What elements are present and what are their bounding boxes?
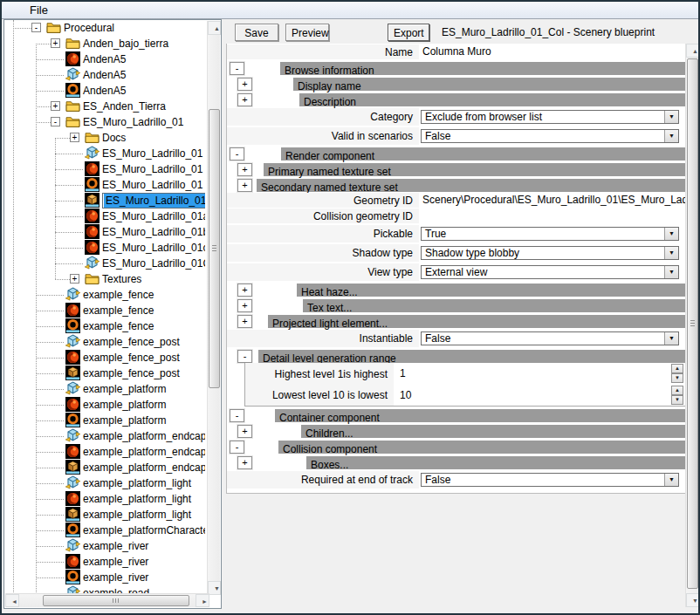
tree-item-es-anden-tierra[interactable]: +ES_Anden_Tierra xyxy=(4,99,205,114)
tree-item-example-river[interactable]: example_river xyxy=(4,570,205,585)
expand-section-button[interactable]: + xyxy=(237,179,252,192)
expand-section-button[interactable]: + xyxy=(237,163,252,176)
chevron-down-icon[interactable]: ▼ xyxy=(664,111,678,123)
tree-item-example-fence-post[interactable]: example_fence_post xyxy=(4,334,205,350)
spin-field-value[interactable]: 10 xyxy=(400,385,411,407)
expand-toggle-icon[interactable]: + xyxy=(70,133,79,142)
tree-scroll-down-button[interactable]: ▼ xyxy=(208,581,221,595)
tree-item-docs[interactable]: +Docs xyxy=(4,130,205,146)
preview-button[interactable]: Preview xyxy=(285,24,329,41)
tree-item-example-platform-endcap[interactable]: example_platform_endcap xyxy=(4,428,205,444)
panel-vertical-scrollbar[interactable]: ▲ ▼ xyxy=(685,44,698,607)
expand-section-button[interactable]: + xyxy=(237,456,252,469)
spin-field-value[interactable]: 1 xyxy=(400,363,406,385)
tree-item-es-muro-ladrillo-01c[interactable]: ES_Muro_Ladrillo_01c xyxy=(4,240,205,256)
expand-toggle-icon[interactable]: + xyxy=(70,274,79,284)
ring-icon xyxy=(65,523,80,537)
field-row-geometry-id: Geometry IDScenery\Procedural\ES_Muro_La… xyxy=(227,193,687,208)
geometry-id-value[interactable]: Scenery\Procedural\ES_Muro_Ladrillo_01\E… xyxy=(422,193,688,208)
tree-scroll-thumb[interactable] xyxy=(209,109,220,388)
expand-section-button[interactable]: + xyxy=(237,78,252,91)
tree-item-es-muro-ladrillo-01-col[interactable]: ES_Muro_Ladrillo_01_Col xyxy=(4,193,205,208)
tree-item-es-muro-ladrillo-01[interactable]: ES_Muro_Ladrillo_01 xyxy=(4,177,205,193)
tree-hscroll-thumb[interactable] xyxy=(43,595,189,606)
panel-scroll-thumb[interactable] xyxy=(687,58,698,589)
spin-up-button[interactable]: ▲ xyxy=(671,386,683,395)
tree-horizontal-scrollbar[interactable]: ◄ ► xyxy=(5,593,209,607)
field-label: Instantiable xyxy=(227,330,419,347)
chevron-down-icon[interactable]: ▼ xyxy=(664,332,678,345)
tree-item-procedural[interactable]: -Procedural xyxy=(4,20,205,36)
tree-vertical-scrollbar[interactable]: ▲ ▼ xyxy=(207,21,220,595)
tree-scroll-right-button[interactable]: ► xyxy=(196,594,209,607)
pickable-combobox[interactable]: True▼ xyxy=(421,227,679,241)
spin-up-button[interactable]: ▲ xyxy=(671,364,683,373)
tree-item-andena5[interactable]: AndenA5 xyxy=(4,51,205,67)
tree-item-example-platform-endcap[interactable]: example_platform_endcap xyxy=(4,444,205,460)
expand-section-button[interactable]: + xyxy=(237,425,252,438)
expand-toggle-icon[interactable]: + xyxy=(51,101,60,111)
instantiable-combobox[interactable]: False▼ xyxy=(421,331,679,345)
tree-item-example-platformcharacters[interactable]: example_platformCharacters xyxy=(4,523,205,538)
chevron-down-icon[interactable]: ▼ xyxy=(664,247,678,259)
tree-item-es-muro-ladrillo-01[interactable]: ES_Muro_Ladrillo_01 xyxy=(4,161,205,177)
collapse-section-button[interactable]: - xyxy=(230,409,244,422)
panel-scroll-down-button[interactable]: ▼ xyxy=(686,593,699,607)
tree-item-example-platform[interactable]: example_platform xyxy=(4,397,205,413)
chevron-down-icon[interactable]: ▼ xyxy=(664,228,678,240)
tree-item-es-muro-ladrillo-01[interactable]: ES_Muro_Ladrillo_01 xyxy=(4,146,205,161)
tree-item-es-muro-ladrillo-01b[interactable]: ES_Muro_Ladrillo_01b xyxy=(4,224,205,240)
tree-item-andena5[interactable]: AndenA5 xyxy=(4,83,205,99)
section-header-label: Description xyxy=(299,96,356,109)
collapse-section-button[interactable]: - xyxy=(230,441,244,454)
tree-item-example-platform[interactable]: example_platform xyxy=(4,381,205,397)
tree-item-example-river[interactable]: example_river xyxy=(4,554,205,570)
collapse-section-button[interactable]: - xyxy=(230,62,244,75)
tree-item-example-fence-post[interactable]: example_fence_post xyxy=(4,350,205,366)
menu-file[interactable]: File xyxy=(23,3,55,17)
expand-section-button[interactable]: + xyxy=(237,93,252,106)
spin-down-button[interactable]: ▼ xyxy=(671,373,683,383)
save-button[interactable]: Save xyxy=(235,24,278,41)
tree-item-textures[interactable]: +Textures xyxy=(4,271,205,287)
expand-section-button[interactable]: + xyxy=(237,299,252,312)
tree-item-example-platform-endcap[interactable]: example_platform_endcap xyxy=(4,460,205,475)
spin-down-button[interactable]: ▼ xyxy=(671,395,683,405)
expand-toggle-icon[interactable]: + xyxy=(51,38,60,48)
expand-section-button[interactable]: + xyxy=(237,284,252,297)
tree-item-es-muro-ladrillo-01[interactable]: -ES_Muro_Ladrillo_01 xyxy=(4,114,205,130)
tree-item-andena5[interactable]: AndenA5 xyxy=(4,67,205,83)
chevron-down-icon[interactable]: ▼ xyxy=(664,130,678,142)
tree-item-example-platform-light[interactable]: example_platform_light xyxy=(4,491,205,507)
collapse-section-button[interactable]: - xyxy=(230,147,244,161)
tree-item-example-fence[interactable]: example_fence xyxy=(4,318,205,334)
collapse-section-button[interactable]: - xyxy=(237,350,252,363)
tree-item-example-platform[interactable]: example_platform xyxy=(4,413,205,428)
chevron-down-icon[interactable]: ▼ xyxy=(664,266,678,278)
tree-scroll-up-button[interactable]: ▲ xyxy=(208,21,221,35)
view-type-combobox[interactable]: External view▼ xyxy=(421,265,679,279)
collapse-toggle-icon[interactable]: - xyxy=(51,117,60,126)
export-button[interactable]: Export xyxy=(388,24,429,41)
category-combobox[interactable]: Exclude from browser list▼ xyxy=(421,110,679,124)
crystal-icon xyxy=(65,287,80,302)
required-at-end-of-track-combobox[interactable]: False▼ xyxy=(421,473,679,487)
tree-item-example-platform-light[interactable]: example_platform_light xyxy=(4,475,205,491)
tree-item-es-muro-ladrillo-01a[interactable]: ES_Muro_Ladrillo_01a xyxy=(4,208,205,224)
tree-item-example-fence[interactable]: example_fence xyxy=(4,287,205,303)
tree-item-es-muro-ladrillo-01col[interactable]: ES_Muro_Ladrillo_01Col xyxy=(4,256,205,271)
field-row-shadow-type: Shadow typeShadow type blobby▼ xyxy=(227,244,687,262)
panel-scroll-up-button[interactable]: ▲ xyxy=(686,44,699,58)
expand-section-button[interactable]: + xyxy=(237,315,252,328)
chevron-down-icon[interactable]: ▼ xyxy=(664,474,678,486)
collapse-toggle-icon[interactable]: - xyxy=(31,23,41,32)
tree-item-example-platform-light[interactable]: example_platform_light xyxy=(4,507,205,523)
name-value[interactable]: Columna Muro xyxy=(422,44,491,59)
tree-item-example-fence[interactable]: example_fence xyxy=(4,303,205,318)
tree-item-example-river[interactable]: example_river xyxy=(4,538,205,554)
tree-item-example-fence-post[interactable]: example_fence_post xyxy=(4,366,205,381)
tree-item-anden-bajo-tierra[interactable]: +Anden_bajo_tierra xyxy=(4,36,205,51)
tree-scroll-left-button[interactable]: ◄ xyxy=(5,594,19,607)
valid-in-scenarios-combobox[interactable]: False▼ xyxy=(421,129,679,143)
shadow-type-combobox[interactable]: Shadow type blobby▼ xyxy=(421,246,679,260)
